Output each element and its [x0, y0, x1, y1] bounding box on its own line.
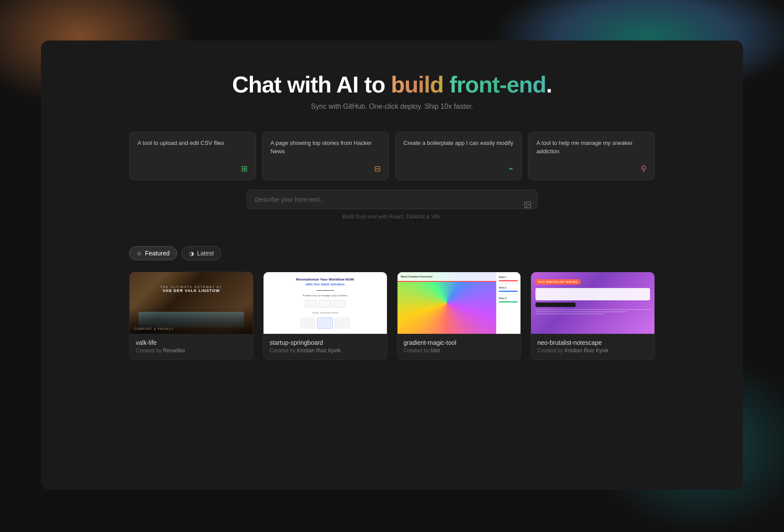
- prompt-card-3[interactable]: A tool to help me manage my sneaker addi…: [528, 132, 655, 180]
- app-card-name-neo: neo-brutalist-notescape: [537, 339, 648, 346]
- hero-subtitle: Sync with GitHub. One-click deploy. Ship…: [41, 103, 743, 111]
- prompt-card-text-1: A page showing top stories from Hacker N…: [271, 139, 381, 156]
- app-card-name-valk: valk-life: [136, 339, 247, 346]
- app-card-gradient-magic[interactable]: Entry 1 Entry 2 Entry 3 Mesh Gradient Ge…: [397, 272, 521, 360]
- app-card-thumbnail-valk: The ultimate getaway at VAN DER VALK LIN…: [130, 272, 253, 334]
- tab-latest[interactable]: ◑ Latest: [182, 246, 221, 260]
- app-card-info-valk: valk-life Created by Revadike: [130, 334, 253, 360]
- tab-latest-label: Latest: [197, 250, 214, 257]
- app-card-startup-springboard[interactable]: Revolutionize Your Workflow NOW with Our…: [263, 272, 387, 360]
- prompt-card-text-0: A tool to upload and edit CSV files: [137, 139, 248, 148]
- prompt-card-icon-1: ⊟: [374, 164, 381, 174]
- search-container: Build front-end with React, Tailwind & V…: [247, 190, 538, 220]
- prompt-card-text-2: Create a boilerplate app I can easily mo…: [404, 139, 514, 148]
- app-card-name-gradient: gradient-magic-tool: [404, 339, 515, 346]
- prompt-card-icon-0: ⊞: [241, 164, 248, 174]
- search-submit-button[interactable]: [524, 201, 531, 209]
- hero-title-period: .: [546, 72, 552, 97]
- app-card-info-neo: neo-brutalist-notescape Created by Krist…: [531, 334, 654, 360]
- app-card-author-startup: Created by Kristian Ruiz Kyvik: [270, 347, 381, 354]
- tab-featured[interactable]: ☆ Featured: [129, 246, 177, 260]
- hero-title-space: [443, 72, 449, 97]
- svg-point-1: [526, 203, 527, 204]
- app-card-author-valk: Created by Revadike: [136, 347, 247, 354]
- app-card-author-neo: Created by Kristian Ruiz Kyvik: [537, 347, 648, 354]
- app-card-thumbnail-neo: NEO BRUTALIST NOTES: [531, 272, 654, 334]
- app-card-info-startup: startup-springboard Created by Kristian …: [264, 334, 387, 360]
- prompt-card-text-3: A tool to help me manage my sneaker addi…: [536, 139, 647, 156]
- prompt-cards-row: A tool to upload and edit CSV files ⊞ A …: [41, 132, 743, 180]
- image-icon: [524, 201, 531, 209]
- prompt-card-1[interactable]: A page showing top stories from Hacker N…: [262, 132, 389, 180]
- clock-icon: ◑: [189, 250, 194, 257]
- app-cards-grid: The ultimate getaway at VAN DER VALK LIN…: [41, 262, 743, 360]
- app-card-author-gradient: Created by blixt: [404, 347, 515, 354]
- prompt-card-0[interactable]: A tool to upload and edit CSV files ⊞: [129, 132, 256, 180]
- prompt-card-2[interactable]: Create a boilerplate app I can easily mo…: [395, 132, 522, 180]
- prompt-card-icon-2: ⌁: [509, 164, 513, 174]
- hero-section: Chat with AI to build front-end. Sync wi…: [41, 41, 743, 111]
- app-card-name-startup: startup-springboard: [270, 339, 381, 346]
- filter-tabs: ☆ Featured ◑ Latest: [41, 246, 743, 260]
- app-card-neo-brutalist[interactable]: NEO BRUTALIST NOTES neo-brutalist-notesc…: [531, 272, 655, 360]
- app-card-thumbnail-startup: Revolutionize Your Workflow NOW with Our…: [264, 272, 387, 334]
- hero-title: Chat with AI to build front-end.: [41, 72, 743, 97]
- tab-featured-label: Featured: [145, 250, 170, 257]
- app-card-thumbnail-gradient: Entry 1 Entry 2 Entry 3 Mesh Gradient Ge…: [398, 272, 521, 334]
- star-icon: ☆: [137, 250, 142, 257]
- app-card-info-gradient: gradient-magic-tool Created by blixt: [398, 334, 521, 360]
- hero-title-part1: Chat with AI to: [232, 72, 391, 97]
- hero-title-build: build: [391, 72, 443, 97]
- hero-title-frontend: front-end: [450, 72, 546, 97]
- prompt-card-icon-3: ⚲: [641, 164, 647, 174]
- main-card: Chat with AI to build front-end. Sync wi…: [41, 41, 743, 490]
- app-card-valk-life[interactable]: The ultimate getaway at VAN DER VALK LIN…: [129, 272, 253, 360]
- search-input[interactable]: [247, 190, 538, 209]
- search-hint: Build front-end with React, Tailwind & V…: [247, 214, 538, 220]
